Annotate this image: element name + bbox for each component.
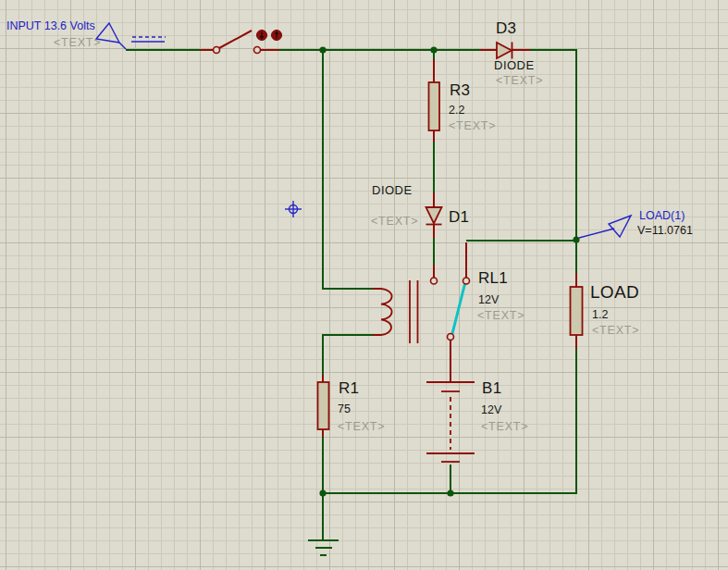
rl1-value-label: 12V [478,294,499,307]
origin-marker-icon [285,201,302,217]
load-ref-label: LOAD [590,283,639,303]
d1-value-label: DIODE [372,184,413,197]
r3-value-label: 2.2 [449,105,464,118]
switch-throw-pin [254,47,261,54]
load-placeholder: <TEXT> [592,325,639,338]
relay-coil[interactable] [381,289,392,335]
input-terminal-icon[interactable] [96,23,166,49]
junction-dot [573,236,579,242]
relay-contact-pin [431,278,438,284]
r1-ref-label: R1 [339,380,359,398]
schematic-canvas: INPUT 13.6 Volts <TEXT> D3 DIODE <TEXT> … [0,0,728,570]
b1-value-label: 12V [481,404,501,417]
d3-ref-label: D3 [496,20,516,38]
load-probe-readout: V=11.0761 [637,225,693,238]
d1-placeholder: <TEXT> [371,216,418,229]
switch-lever[interactable] [219,31,252,48]
ground-symbol[interactable] [308,493,339,555]
relay-blade[interactable] [452,284,465,334]
r3-ref-label: R3 [450,82,470,100]
relay-contact-pin [463,278,470,284]
d3-value-label: DIODE [494,59,535,72]
diode-d1[interactable] [426,192,442,238]
r3-placeholder: <TEXT> [449,120,496,133]
resistor-load[interactable] [571,273,583,349]
junction-dot [319,489,326,496]
switch-actuator-down-icon[interactable] [257,31,267,41]
b1-placeholder: <TEXT> [481,421,528,434]
wire-coil-r1[interactable] [323,335,373,375]
rl1-ref-label: RL1 [478,270,508,288]
resistor-r3[interactable] [429,59,440,142]
junction-dot [430,46,437,53]
switch-pole-pin [214,47,220,54]
r1-placeholder: <TEXT> [338,421,385,434]
relay-common-pin [448,334,454,341]
load-probe-label: LOAD(1) [639,210,685,223]
d1-ref-label: D1 [449,209,469,227]
battery-b1[interactable] [426,382,475,462]
wire-left-vertical[interactable] [323,50,373,289]
b1-ref-label: B1 [482,380,501,398]
input-terminal-placeholder: <TEXT> [54,37,101,50]
r1-value-label: 75 [338,403,351,416]
input-terminal-label: INPUT 13.6 Volts [6,20,95,33]
load-probe-icon[interactable] [579,216,631,238]
junction-dot [319,46,326,53]
relay-rl1[interactable] [373,278,470,343]
junction-dot [447,489,453,496]
d3-placeholder: <TEXT> [496,75,543,88]
load-value-label: 1.2 [592,309,608,322]
diode-d3[interactable] [480,43,530,59]
resistor-r1[interactable] [318,375,329,437]
switch-actuator-up-icon[interactable] [272,31,282,41]
rl1-placeholder: <TEXT> [477,310,524,323]
